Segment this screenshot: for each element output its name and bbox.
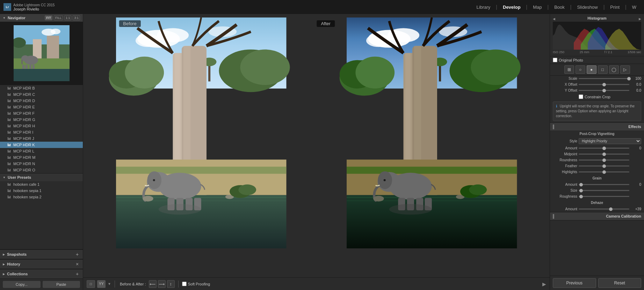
snapshots-header[interactable]: ▶ Snapshots + <box>0 249 83 259</box>
history-header[interactable]: ▶ History × <box>0 259 83 269</box>
before-after-next-btn[interactable]: ⟶ <box>158 280 166 288</box>
view-split-btn[interactable]: YY <box>97 280 106 288</box>
dehaze-amount-track[interactable] <box>579 208 629 210</box>
previous-button[interactable]: Previous <box>553 278 596 288</box>
soft-proofing-input[interactable] <box>182 282 187 286</box>
histogram-left-arrow[interactable]: ◀ <box>553 17 555 21</box>
tool-crop-btn[interactable]: □ <box>598 65 608 74</box>
preset-mcp-hdr-i[interactable]: MCP HDR I <box>0 129 83 135</box>
camera-calibration-header[interactable]: ▌ Camera Calibration <box>550 212 644 220</box>
highlights-track[interactable] <box>579 171 629 172</box>
preset-icon <box>7 86 11 90</box>
view-single-btn[interactable]: □ <box>87 280 95 288</box>
zoom-3-1[interactable]: 3:1 <box>73 15 80 20</box>
x-offset-track[interactable] <box>579 84 629 85</box>
original-photo-checkbox[interactable] <box>553 58 557 62</box>
view-mode-arrow[interactable]: ▼ <box>108 282 111 286</box>
effects-header[interactable]: ▌ Effects <box>550 123 644 130</box>
grain-amount-track[interactable] <box>579 184 629 185</box>
scale-track[interactable] <box>579 78 629 79</box>
tool-circle-btn[interactable]: ○ <box>576 65 585 74</box>
camera-calibration-collapse-btn[interactable]: ▌ <box>553 214 556 218</box>
y-offset-thumb[interactable] <box>602 89 606 92</box>
before-image-container[interactable] <box>87 17 316 248</box>
nav-slideshow[interactable]: Slideshow <box>573 3 602 11</box>
snapshots-add-btn[interactable]: + <box>74 252 80 257</box>
svg-rect-64 <box>439 64 441 82</box>
midpoint-track[interactable] <box>579 154 629 155</box>
user-name: Joseph Riviello <box>13 7 55 11</box>
preset-hoboken-cafe[interactable]: hoboken cafe 1 <box>0 181 83 188</box>
before-after-selector: Before & After : ⟵ ⟶ ↕ <box>118 280 175 288</box>
soft-proofing-checkbox[interactable]: Soft Proofing <box>182 282 210 286</box>
preset-icon <box>7 130 11 134</box>
nav-library[interactable]: Library <box>472 3 495 11</box>
vignette-amount-track[interactable] <box>579 148 629 149</box>
paste-button[interactable]: Paste <box>43 281 80 288</box>
roundness-track[interactable] <box>579 160 629 161</box>
dehaze-amount-thumb[interactable] <box>609 207 613 211</box>
grain-size-track[interactable] <box>579 190 629 191</box>
nav-develop[interactable]: Develop <box>499 3 525 11</box>
preset-mcp-hdr-c[interactable]: MCP HDR C <box>0 91 83 98</box>
feather-row: Feather <box>550 163 644 169</box>
roundness-thumb[interactable] <box>602 158 606 162</box>
before-after-prev-btn[interactable]: ⟵ <box>149 280 157 288</box>
scale-thumb[interactable] <box>627 77 631 80</box>
preset-mcp-hdr-e[interactable]: MCP HDR E <box>0 104 83 110</box>
grain-amount-thumb[interactable] <box>579 183 583 186</box>
zoom-fit[interactable]: FIT <box>45 15 52 20</box>
nav-map[interactable]: Map <box>529 3 546 11</box>
x-offset-thumb[interactable] <box>602 83 606 86</box>
zoom-1-1[interactable]: 1:1 <box>64 15 72 20</box>
nav-web[interactable]: W <box>628 3 641 11</box>
highlights-thumb[interactable] <box>602 170 606 174</box>
history-close-btn[interactable]: × <box>74 261 80 267</box>
user-presets-header[interactable]: ▼ User Presets <box>0 173 83 181</box>
preset-mcp-hdr-k[interactable]: MCP HDR K <box>0 142 83 148</box>
preset-mcp-hdr-o[interactable]: MCP HDR O <box>0 167 83 173</box>
before-after-swap-btn[interactable]: ↕ <box>167 280 175 288</box>
after-image-container[interactable] <box>317 17 547 248</box>
preset-mcp-hdr-g[interactable]: MCP HDR G <box>0 116 83 123</box>
histogram-right-arrow[interactable]: ▶ <box>639 17 641 21</box>
preset-mcp-hdr-l[interactable]: MCP HDR L <box>0 148 83 154</box>
tool-spot-btn[interactable]: ● <box>587 65 596 74</box>
vignette-amount-thumb[interactable] <box>602 147 606 150</box>
reset-button[interactable]: Reset <box>598 278 642 288</box>
feather-thumb[interactable] <box>602 164 606 168</box>
y-offset-track[interactable] <box>579 90 629 91</box>
grain-size-thumb[interactable] <box>579 189 583 192</box>
navigator-preview[interactable] <box>0 22 83 85</box>
preset-mcp-hdr-b[interactable]: MCP HDR B <box>0 85 83 91</box>
nav-print[interactable]: Print <box>606 3 624 11</box>
preset-mcp-hdr-f[interactable]: MCP HDR F <box>0 110 83 116</box>
preset-mcp-hdr-h[interactable]: MCP HDR H <box>0 123 83 129</box>
nav-book[interactable]: Book <box>550 3 569 11</box>
preset-hoboken-sepia-2[interactable]: hoboken sepia 2 <box>0 194 83 200</box>
navigator-header[interactable]: ▼ Navigator FIT FILL 1:1 3:1 <box>0 14 83 22</box>
grain-roughness-thumb[interactable] <box>579 195 583 198</box>
collections-header[interactable]: ▶ Collections + <box>0 269 83 278</box>
feather-track[interactable] <box>579 165 629 167</box>
nav-sep-2: | <box>526 4 528 10</box>
preset-mcp-hdr-m[interactable]: MCP HDR M <box>0 154 83 161</box>
preset-hoboken-sepia-1[interactable]: hoboken sepia 1 <box>0 188 83 194</box>
preset-mcp-hdr-d[interactable]: MCP HDR D <box>0 98 83 104</box>
midpoint-thumb[interactable] <box>602 153 606 156</box>
preset-mcp-hdr-n[interactable]: MCP HDR N <box>0 161 83 167</box>
effects-collapse-btn[interactable]: ▌ <box>553 125 556 129</box>
collections-add-btn[interactable]: + <box>74 271 80 277</box>
constrain-crop-checkbox[interactable] <box>579 94 583 99</box>
preset-icon <box>7 112 11 115</box>
tool-filter-btn[interactable]: ▷ <box>620 65 630 74</box>
tool-remove-btn[interactable]: ◯ <box>609 65 619 74</box>
toolbar-expand-btn[interactable]: ▶ <box>542 281 546 287</box>
preset-mcp-hdr-j[interactable]: MCP HDR J <box>0 135 83 142</box>
copy-button[interactable]: Copy... <box>3 281 41 288</box>
zoom-fill[interactable]: FILL <box>54 15 63 20</box>
grain-roughness-track[interactable] <box>579 196 629 197</box>
svg-rect-8 <box>22 65 24 69</box>
tool-grid-btn[interactable]: ⊞ <box>564 65 574 74</box>
style-select[interactable]: Highlight Priority <box>579 138 641 144</box>
